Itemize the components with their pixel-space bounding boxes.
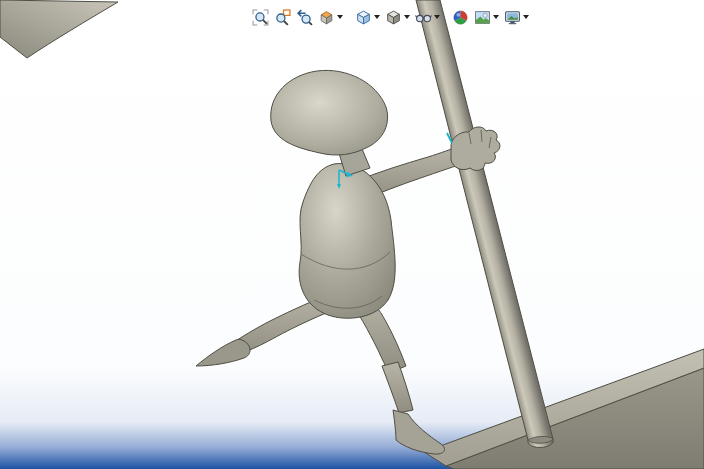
display-style-button[interactable]	[383, 6, 412, 28]
chevron-down-icon	[374, 15, 380, 19]
cad-viewport-window	[0, 0, 704, 469]
section-cube-icon	[318, 9, 335, 26]
shaded-cube-icon	[385, 9, 402, 26]
chevron-down-icon	[404, 15, 410, 19]
hide-show-items-button[interactable]	[413, 6, 442, 28]
apply-scene-button[interactable]	[472, 6, 501, 28]
zoom-to-area-button[interactable]	[272, 6, 293, 28]
edit-appearance-button[interactable]	[450, 6, 471, 28]
scene-icon	[474, 9, 491, 26]
chevron-down-icon	[434, 15, 440, 19]
heads-up-view-toolbar	[250, 5, 531, 29]
glasses-icon	[415, 9, 432, 26]
previous-view-icon	[296, 9, 313, 26]
view-cube-icon	[355, 9, 372, 26]
view-orientation-button[interactable]	[353, 6, 382, 28]
monitor-icon	[504, 9, 521, 26]
magnifier-area-icon	[274, 9, 291, 26]
chevron-down-icon	[523, 15, 529, 19]
color-wheel-icon	[452, 9, 469, 26]
view-settings-button[interactable]	[502, 6, 531, 28]
model-viewport[interactable]	[0, 0, 704, 469]
zoom-to-fit-button[interactable]	[250, 6, 271, 28]
magnifier-icon	[252, 9, 269, 26]
section-view-button[interactable]	[316, 6, 345, 28]
chevron-down-icon	[493, 15, 499, 19]
previous-view-button[interactable]	[294, 6, 315, 28]
chevron-down-icon	[337, 15, 343, 19]
